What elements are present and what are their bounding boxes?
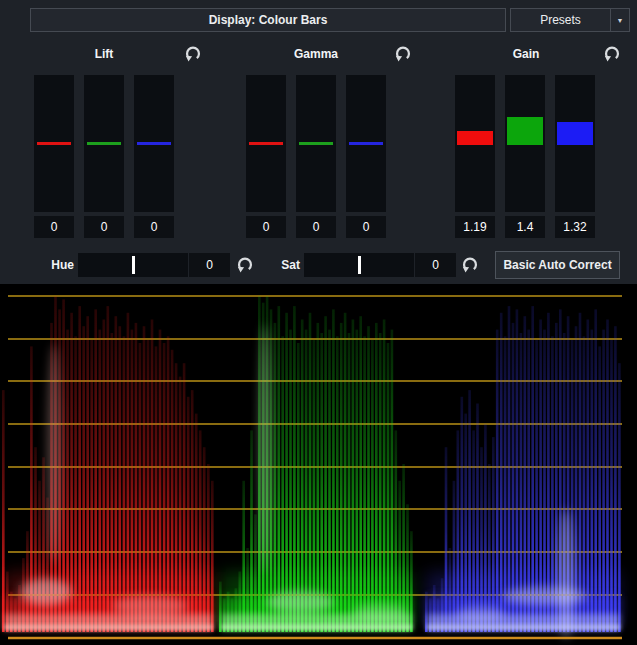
gain-green-slider[interactable] xyxy=(505,75,545,212)
rgb-parade-waveform xyxy=(0,284,637,645)
gain-section-label: Gain xyxy=(455,47,597,61)
gain-red-value[interactable]: 1.19 xyxy=(455,216,495,238)
gamma-red-value[interactable]: 0 xyxy=(246,216,286,238)
hue-slider[interactable] xyxy=(78,253,188,277)
slider-marker[interactable] xyxy=(457,131,493,145)
hue-value[interactable]: 0 xyxy=(189,253,230,277)
gamma-green-slider[interactable] xyxy=(296,75,336,212)
basic-auto-correct-button[interactable]: Basic Auto Correct xyxy=(495,251,620,279)
scope-area xyxy=(0,284,637,645)
display-mode-label: Display: Colour Bars xyxy=(209,13,328,27)
presets-label: Presets xyxy=(511,13,610,27)
sat-value[interactable]: 0 xyxy=(415,253,456,277)
gamma-green-value[interactable]: 0 xyxy=(296,216,336,238)
lift-green-value[interactable]: 0 xyxy=(84,216,124,238)
lift-blue-slider[interactable] xyxy=(134,75,174,212)
gain-green-value[interactable]: 1.4 xyxy=(505,216,545,238)
gamma-section-label: Gamma xyxy=(246,47,386,61)
gamma-sliders xyxy=(246,75,386,212)
controls-area: Display: Colour Bars Presets ▼ Lift Gamm… xyxy=(0,0,637,284)
colour-correction-panel: Display: Colour Bars Presets ▼ Lift Gamm… xyxy=(0,0,637,645)
gamma-values: 0 0 0 xyxy=(246,216,386,238)
sat-label: Sat xyxy=(270,258,300,272)
slider-marker[interactable] xyxy=(87,142,121,145)
basic-auto-correct-label: Basic Auto Correct xyxy=(503,258,611,272)
slider-marker[interactable] xyxy=(249,142,283,145)
slider-marker[interactable] xyxy=(557,122,593,145)
slider-marker[interactable] xyxy=(37,142,71,145)
slider-marker[interactable] xyxy=(507,117,543,146)
gain-blue-slider[interactable] xyxy=(555,75,595,212)
slider-marker[interactable] xyxy=(349,142,383,145)
gamma-red-slider[interactable] xyxy=(246,75,286,212)
lift-section-label: Lift xyxy=(34,47,174,61)
display-mode-button[interactable]: Display: Colour Bars xyxy=(30,8,506,32)
slider-marker[interactable] xyxy=(299,142,333,145)
hue-slider-tick[interactable] xyxy=(132,256,135,274)
lift-values: 0 0 0 xyxy=(34,216,174,238)
lift-reset-icon[interactable] xyxy=(184,44,202,62)
gain-sliders xyxy=(455,75,595,212)
hue-label: Hue xyxy=(28,258,74,272)
gamma-blue-slider[interactable] xyxy=(346,75,386,212)
gamma-blue-value[interactable]: 0 xyxy=(346,216,386,238)
gain-blue-value[interactable]: 1.32 xyxy=(555,216,595,238)
presets-button[interactable]: Presets ▼ xyxy=(510,8,630,32)
gain-reset-icon[interactable] xyxy=(603,44,621,62)
lift-green-slider[interactable] xyxy=(84,75,124,212)
lift-red-value[interactable]: 0 xyxy=(34,216,74,238)
lift-blue-value[interactable]: 0 xyxy=(134,216,174,238)
lift-red-slider[interactable] xyxy=(34,75,74,212)
sat-slider[interactable] xyxy=(304,253,414,277)
gain-values: 1.19 1.4 1.32 xyxy=(455,216,595,238)
gain-red-slider[interactable] xyxy=(455,75,495,212)
lift-sliders xyxy=(34,75,174,212)
sat-reset-icon[interactable] xyxy=(461,255,479,273)
gamma-reset-icon[interactable] xyxy=(394,44,412,62)
slider-marker[interactable] xyxy=(137,142,171,145)
sat-slider-tick[interactable] xyxy=(358,256,361,274)
hue-reset-icon[interactable] xyxy=(236,255,254,273)
chevron-down-icon[interactable]: ▼ xyxy=(610,9,629,31)
